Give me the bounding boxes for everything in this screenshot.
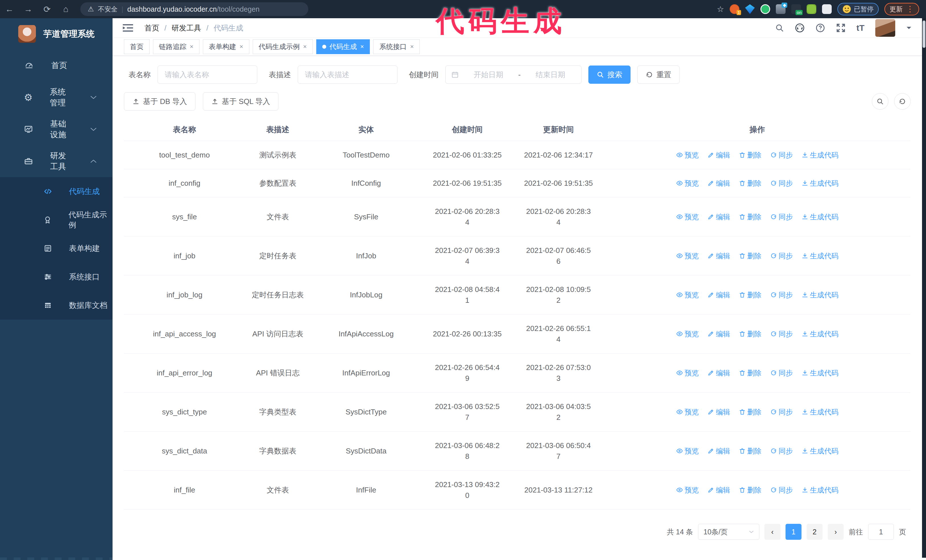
puzzle-icon[interactable] bbox=[822, 4, 832, 14]
sidebar-subitem-4[interactable]: 数据库文档 bbox=[0, 291, 112, 320]
close-tab-icon[interactable]: × bbox=[190, 43, 194, 50]
breadcrumb-tools[interactable]: 研发工具 bbox=[171, 23, 201, 33]
generate-code-link[interactable]: 生成代码 bbox=[802, 406, 838, 417]
github-icon[interactable] bbox=[795, 23, 805, 33]
page-button-1[interactable]: 1 bbox=[785, 524, 802, 540]
table-desc-input[interactable] bbox=[298, 65, 398, 84]
action-link-3[interactable]: 同步 bbox=[770, 406, 793, 417]
action-link-1[interactable]: 编辑 bbox=[707, 251, 730, 261]
reload-icon[interactable]: ⟳ bbox=[38, 4, 56, 14]
address-bar[interactable]: ⚠ 不安全 | dashboard.yudao.iocoder.cn/tool/… bbox=[80, 2, 308, 16]
sidebar-subitem-3[interactable]: 系统接口 bbox=[0, 263, 112, 291]
home-icon[interactable]: ⌂ bbox=[56, 4, 75, 14]
generate-code-link[interactable]: 生成代码 bbox=[802, 290, 838, 300]
close-tab-icon[interactable]: × bbox=[410, 43, 414, 50]
generate-code-link[interactable]: 生成代码 bbox=[802, 251, 838, 261]
tab-0[interactable]: 首页 bbox=[124, 39, 150, 54]
prev-page-button[interactable]: ‹ bbox=[764, 524, 781, 540]
generate-code-link[interactable]: 生成代码 bbox=[802, 149, 838, 160]
sidebar-subitem-2[interactable]: 表单构建 bbox=[0, 234, 112, 263]
back-icon[interactable]: ← bbox=[0, 4, 19, 14]
goto-page-input[interactable] bbox=[868, 524, 894, 540]
action-link-0[interactable]: 预览 bbox=[676, 149, 699, 160]
action-link-3[interactable]: 同步 bbox=[770, 211, 793, 222]
action-link-2[interactable]: 删除 bbox=[739, 149, 762, 160]
browser-menu-icon[interactable]: ⋮ bbox=[906, 5, 914, 13]
tab-3[interactable]: 代码生成示例× bbox=[253, 39, 313, 54]
action-link-0[interactable]: 预览 bbox=[676, 485, 699, 495]
action-link-2[interactable]: 删除 bbox=[739, 251, 762, 261]
action-link-1[interactable]: 编辑 bbox=[707, 367, 730, 378]
action-link-3[interactable]: 同步 bbox=[770, 485, 793, 495]
action-link-1[interactable]: 编辑 bbox=[707, 485, 730, 495]
paused-badge[interactable]: 已暂停 bbox=[837, 3, 879, 15]
app-logo[interactable]: 芋道管理系统 bbox=[0, 18, 112, 50]
help-icon[interactable] bbox=[816, 23, 825, 33]
generate-code-link[interactable]: 生成代码 bbox=[802, 178, 838, 189]
action-link-3[interactable]: 同步 bbox=[770, 290, 793, 300]
import-db-button[interactable]: 基于 DB 导入 bbox=[124, 92, 195, 110]
bookmark-star-icon[interactable]: ☆ bbox=[717, 5, 724, 14]
page-button-2[interactable]: 2 bbox=[806, 524, 823, 540]
forward-icon[interactable]: → bbox=[19, 4, 38, 14]
scrollbar-thumb[interactable] bbox=[923, 21, 925, 48]
sidebar-item-3[interactable]: 研发工具 bbox=[0, 145, 112, 177]
action-link-0[interactable]: 预览 bbox=[676, 406, 699, 417]
action-link-2[interactable]: 删除 bbox=[739, 406, 762, 417]
import-sql-button[interactable]: 基于 SQL 导入 bbox=[203, 92, 278, 110]
generate-code-link[interactable]: 生成代码 bbox=[802, 367, 838, 378]
action-link-2[interactable]: 删除 bbox=[739, 445, 762, 456]
action-link-3[interactable]: 同步 bbox=[770, 149, 793, 160]
start-date-placeholder[interactable]: 开始日期 bbox=[463, 70, 514, 80]
action-link-2[interactable]: 删除 bbox=[739, 178, 762, 189]
action-link-0[interactable]: 预览 bbox=[676, 367, 699, 378]
close-tab-icon[interactable]: × bbox=[303, 43, 307, 50]
sidebar-subitem-1[interactable]: 代码生成示例 bbox=[0, 206, 112, 234]
action-link-1[interactable]: 编辑 bbox=[707, 290, 730, 300]
extension-icon-on[interactable]: on bbox=[791, 4, 801, 14]
tab-1[interactable]: 链路追踪× bbox=[153, 39, 200, 54]
refresh-button[interactable] bbox=[894, 93, 911, 110]
action-link-2[interactable]: 删除 bbox=[739, 290, 762, 300]
vertical-scrollbar[interactable] bbox=[922, 18, 926, 558]
user-menu-caret-icon[interactable] bbox=[906, 26, 912, 30]
sidebar-item-2[interactable]: 基础设施 bbox=[0, 113, 112, 145]
generate-code-link[interactable]: 生成代码 bbox=[802, 211, 838, 222]
font-size-icon[interactable]: tT bbox=[856, 23, 864, 33]
breadcrumb-home[interactable]: 首页 bbox=[144, 23, 159, 33]
action-link-2[interactable]: 删除 bbox=[739, 328, 762, 339]
generate-code-link[interactable]: 生成代码 bbox=[802, 485, 838, 495]
next-page-button[interactable]: › bbox=[828, 524, 844, 540]
action-link-1[interactable]: 编辑 bbox=[707, 328, 730, 339]
action-link-1[interactable]: 编辑 bbox=[707, 406, 730, 417]
extension-icon-gem[interactable] bbox=[745, 4, 755, 14]
action-link-3[interactable]: 同步 bbox=[770, 445, 793, 456]
action-link-2[interactable]: 删除 bbox=[739, 367, 762, 378]
action-link-0[interactable]: 预览 bbox=[676, 445, 699, 456]
action-link-0[interactable]: 预览 bbox=[676, 178, 699, 189]
update-button[interactable]: 更新 ⋮ bbox=[884, 3, 919, 15]
date-range-picker[interactable]: 开始日期 - 结束日期 bbox=[445, 65, 581, 84]
action-link-3[interactable]: 同步 bbox=[770, 251, 793, 261]
action-link-2[interactable]: 删除 bbox=[739, 485, 762, 495]
user-avatar[interactable] bbox=[875, 19, 895, 37]
generate-code-link[interactable]: 生成代码 bbox=[802, 328, 838, 339]
action-link-3[interactable]: 同步 bbox=[770, 367, 793, 378]
action-link-1[interactable]: 编辑 bbox=[707, 445, 730, 456]
action-link-1[interactable]: 编辑 bbox=[707, 178, 730, 189]
sidebar-item-0[interactable]: 首页 bbox=[0, 50, 112, 82]
close-tab-icon[interactable]: × bbox=[240, 43, 243, 50]
end-date-placeholder[interactable]: 结束日期 bbox=[525, 70, 575, 80]
action-link-0[interactable]: 预览 bbox=[676, 211, 699, 222]
action-link-0[interactable]: 预览 bbox=[676, 251, 699, 261]
action-link-1[interactable]: 编辑 bbox=[707, 211, 730, 222]
action-link-2[interactable]: 删除 bbox=[739, 211, 762, 222]
tab-5[interactable]: 系统接口× bbox=[373, 39, 420, 54]
close-tab-icon[interactable]: × bbox=[360, 43, 364, 50]
action-link-3[interactable]: 同步 bbox=[770, 328, 793, 339]
sidebar-subitem-0[interactable]: 代码生成 bbox=[0, 177, 112, 206]
search-button[interactable]: 搜索 bbox=[589, 65, 631, 84]
tab-4[interactable]: 代码生成× bbox=[316, 39, 370, 54]
search-icon[interactable] bbox=[775, 23, 784, 32]
tab-2[interactable]: 表单构建× bbox=[203, 39, 249, 54]
